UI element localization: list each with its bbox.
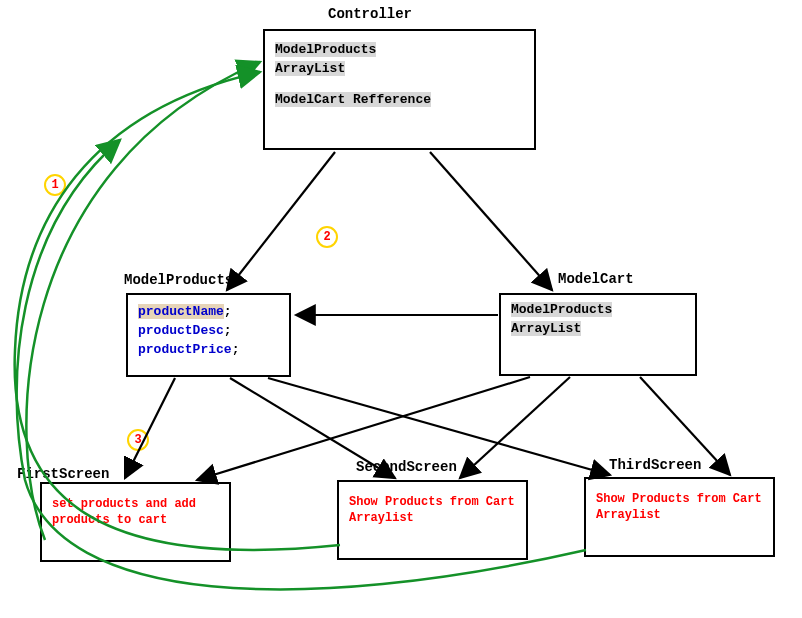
badge-1: 1 [44,174,66,196]
modelproducts-f3: productPrice [138,342,232,357]
firstscreen-text: set products and add products to cart [52,496,219,528]
arrow-controller-to-modelproducts [227,152,335,290]
modelproducts-f1: productName [138,304,224,319]
badge-3: 3 [127,429,149,451]
arrow-controller-to-modelcart [430,152,552,290]
controller-line1: ModelProducts [275,42,376,57]
thirdscreen-title: ThirdScreen [609,457,701,473]
modelcart-line2: ArrayList [511,321,581,336]
modelcart-title: ModelCart [558,271,634,287]
secondscreen-box: Show Products from Cart Arraylist [337,480,528,560]
firstscreen-box: set products and add products to cart [40,482,231,562]
controller-line2: ArrayList [275,61,345,76]
badge-2: 2 [316,226,338,248]
controller-box: ModelProducts ArrayList ModelCart Reffer… [263,29,536,150]
firstscreen-title: FirstScreen [17,466,109,482]
controller-title: Controller [328,6,412,22]
controller-line3: ModelCart Refference [275,92,431,107]
thirdscreen-box: Show Products from Cart Arraylist [584,477,775,557]
thirdscreen-text: Show Products from Cart Arraylist [596,491,763,523]
secondscreen-text: Show Products from Cart Arraylist [349,494,516,526]
arrow-mp-first [125,378,175,478]
semi1: ; [224,304,232,319]
arrow-mc-second [460,377,570,478]
modelproducts-f2: productDesc [138,323,224,338]
modelcart-box: ModelProducts ArrayList [499,293,697,376]
secondscreen-title: SecondScreen [356,459,457,475]
modelproducts-title: ModelProducts [124,272,233,288]
semi2: ; [224,323,232,338]
modelproducts-box: productName; productDesc; productPrice; [126,293,291,377]
modelcart-line1: ModelProducts [511,302,612,317]
semi3: ; [232,342,240,357]
